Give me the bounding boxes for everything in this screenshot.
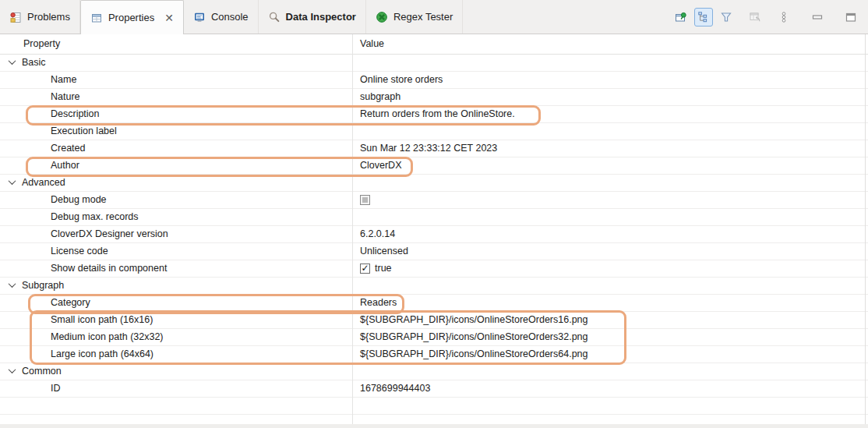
minimize-button[interactable] bbox=[808, 8, 827, 27]
property-table: Property Value Basic Name Online store o… bbox=[0, 34, 868, 428]
console-icon bbox=[193, 11, 206, 23]
property-value[interactable]: 1678699944403 bbox=[360, 380, 430, 397]
column-header-property[interactable]: Property bbox=[0, 34, 352, 54]
property-value[interactable]: ${SUBGRAPH_DIR}/icons/OnlineStoreOrders3… bbox=[360, 329, 588, 345]
tab-problems[interactable]: Problems bbox=[0, 0, 80, 34]
maximize-icon bbox=[845, 11, 857, 23]
filter-icon bbox=[720, 11, 732, 23]
property-value[interactable]: ${SUBGRAPH_DIR}/icons/OnlineStoreOrders6… bbox=[360, 346, 588, 363]
property-label: Large icon path (64x64) bbox=[0, 346, 352, 363]
checkbox-checked-icon[interactable]: ✓ bbox=[360, 264, 370, 274]
property-label: Name bbox=[0, 72, 352, 88]
property-label: Nature bbox=[0, 89, 352, 105]
chevron-down-icon[interactable] bbox=[9, 177, 16, 185]
property-row[interactable]: Created Sun Mar 12 23:33:12 CET 2023 bbox=[0, 140, 868, 157]
property-label: Debug max. records bbox=[0, 209, 352, 225]
section-label: Basic bbox=[22, 55, 46, 71]
search-icon bbox=[268, 11, 281, 23]
section-row[interactable]: Common bbox=[0, 363, 868, 380]
property-value[interactable]: Unlicensed bbox=[360, 243, 408, 260]
close-icon[interactable]: ✕ bbox=[164, 12, 174, 23]
section-row[interactable]: Subgraph bbox=[0, 278, 868, 295]
checkbox-disabled-icon bbox=[360, 195, 370, 205]
column-header-value[interactable]: Value bbox=[352, 34, 868, 54]
restore-default-button[interactable] bbox=[746, 8, 764, 27]
property-row[interactable]: Author CloverDX bbox=[0, 157, 868, 175]
regex-tester-icon bbox=[376, 11, 388, 23]
section-row[interactable]: Basic bbox=[0, 55, 868, 72]
tab-data-inspector[interactable]: Data Inspector bbox=[259, 0, 366, 34]
chevron-down-icon[interactable] bbox=[9, 366, 16, 373]
property-label: Debug mode bbox=[0, 192, 352, 208]
property-value[interactable]: true bbox=[375, 260, 392, 277]
property-value[interactable]: 6.2.0.14 bbox=[360, 226, 395, 242]
property-value[interactable]: Return orders from the OnlineStore. bbox=[360, 106, 515, 122]
property-table-body: Basic Name Online store orders Nature su… bbox=[0, 55, 868, 428]
chevron-down-icon[interactable] bbox=[9, 280, 16, 288]
property-row[interactable]: Small icon path (16x16) ${SUBGRAPH_DIR}/… bbox=[0, 312, 868, 329]
property-row[interactable]: Large icon path (64x64) ${SUBGRAPH_DIR}/… bbox=[0, 346, 868, 363]
section-label: Common bbox=[22, 363, 62, 380]
minimize-icon bbox=[811, 11, 824, 23]
section-label: Subgraph bbox=[22, 278, 64, 294]
property-label: Author bbox=[0, 157, 352, 174]
pin-icon bbox=[675, 11, 687, 23]
property-row[interactable]: Medium icon path (32x32) ${SUBGRAPH_DIR}… bbox=[0, 329, 868, 346]
property-value[interactable]: CloverDX bbox=[360, 157, 402, 174]
empty-row bbox=[0, 398, 868, 415]
chevron-down-icon[interactable] bbox=[9, 57, 16, 65]
property-row[interactable]: ID 1678699944403 bbox=[0, 380, 868, 398]
tab-regex-tester[interactable]: Regex Tester bbox=[366, 0, 463, 34]
property-row[interactable]: Description Return orders from the Onlin… bbox=[0, 106, 868, 123]
tab-regex-tester-label: Regex Tester bbox=[393, 11, 453, 23]
property-label: Show details in component bbox=[0, 260, 352, 277]
property-label: Created bbox=[0, 140, 352, 157]
property-row[interactable]: Category Readers bbox=[0, 295, 868, 312]
section-label: Advanced bbox=[22, 175, 65, 191]
property-row[interactable]: Execution label bbox=[0, 123, 868, 140]
view-tabbar: Problems Properties ✕ Console bbox=[0, 0, 868, 34]
property-label: Description bbox=[0, 106, 352, 122]
table-header: Property Value bbox=[0, 34, 868, 55]
tab-properties-label: Properties bbox=[108, 12, 154, 23]
property-label: ID bbox=[0, 380, 352, 397]
property-row[interactable]: Debug mode bbox=[0, 192, 868, 209]
problems-icon bbox=[9, 11, 22, 23]
property-value[interactable]: Readers bbox=[360, 295, 397, 311]
view-bottom-strip bbox=[0, 424, 868, 428]
property-label: License code bbox=[0, 243, 352, 260]
restore-default-icon bbox=[749, 11, 761, 23]
tree-categories-icon bbox=[697, 11, 710, 23]
properties-view: Problems Properties ✕ Console bbox=[0, 0, 868, 428]
property-value[interactable]: ${SUBGRAPH_DIR}/icons/OnlineStoreOrders1… bbox=[360, 312, 588, 328]
column-divider[interactable] bbox=[352, 34, 353, 428]
tab-properties[interactable]: Properties ✕ bbox=[80, 0, 184, 34]
filter-button[interactable] bbox=[717, 8, 736, 27]
property-row[interactable]: Show details in component ✓true bbox=[0, 260, 868, 278]
property-value[interactable]: Sun Mar 12 23:33:12 CET 2023 bbox=[360, 140, 497, 157]
property-label: Medium icon path (32x32) bbox=[0, 329, 352, 345]
property-label: Execution label bbox=[0, 123, 352, 140]
property-row[interactable]: Debug max. records bbox=[0, 209, 868, 226]
tab-console-label: Console bbox=[211, 11, 249, 23]
tab-data-inspector-label: Data Inspector bbox=[286, 11, 356, 23]
table-right-edge bbox=[865, 34, 866, 428]
property-value[interactable]: Online store orders bbox=[360, 72, 443, 88]
property-value[interactable]: subgraph bbox=[360, 89, 400, 105]
view-menu-button[interactable] bbox=[774, 8, 793, 27]
property-row[interactable]: Name Online store orders bbox=[0, 72, 868, 89]
property-label: Category bbox=[0, 295, 352, 311]
section-row[interactable]: Advanced bbox=[0, 175, 868, 192]
tab-problems-label: Problems bbox=[27, 11, 70, 23]
properties-icon bbox=[90, 12, 103, 24]
property-row[interactable]: Nature subgraph bbox=[0, 89, 868, 106]
view-menu-dots-icon bbox=[778, 11, 790, 23]
tab-console[interactable]: Console bbox=[184, 0, 259, 34]
property-label: CloverDX Designer version bbox=[0, 226, 352, 242]
maximize-button[interactable] bbox=[842, 8, 860, 27]
show-categories-button[interactable] bbox=[694, 8, 713, 27]
view-toolbar bbox=[672, 0, 868, 34]
pin-editor-button[interactable] bbox=[672, 8, 690, 27]
property-row[interactable]: License code Unlicensed bbox=[0, 243, 868, 260]
property-row[interactable]: CloverDX Designer version 6.2.0.14 bbox=[0, 226, 868, 243]
